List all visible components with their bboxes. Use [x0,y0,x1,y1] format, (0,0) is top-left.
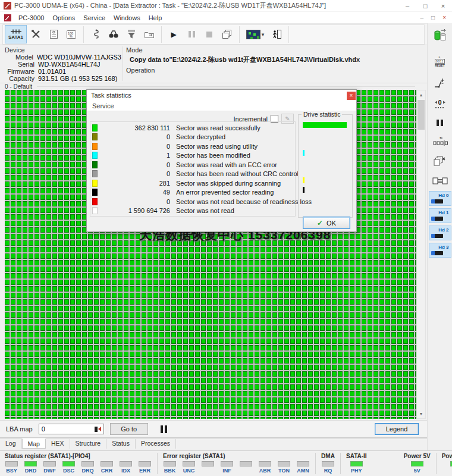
lba-format-icon[interactable] [95,427,103,432]
head-icon [431,199,443,203]
hook-tool-button[interactable] [87,26,105,43]
pause-icon [189,31,195,37]
scroll-down-icon[interactable]: ▼ [417,409,425,418]
stat-count: 49 [98,189,170,196]
lba-input[interactable]: 0 [39,424,104,434]
folder-export-icon [144,30,155,39]
skip-sectors-button[interactable]: * [428,131,452,152]
exit-task-button[interactable] [268,26,285,43]
script-info-icon [49,29,59,39]
head-icon [431,251,443,255]
stat-count: 362 830 111 [98,124,170,131]
utilities-button[interactable] [27,26,45,43]
close-tasks-button[interactable] [428,152,452,172]
map-view-button[interactable]: ▾ [243,26,268,43]
drive-statistic-label: Drive statistic [302,111,342,118]
stat-swatch [92,143,98,150]
status-separator [340,453,341,474]
stat-row: 0Sector was not read because of readines… [90,197,295,206]
dialog-close-button[interactable]: × [347,92,356,100]
stat-swatch [92,161,98,168]
script-info-button[interactable] [45,26,62,43]
ok-button[interactable]: ✓ OK [303,217,350,229]
stat-label: Sector decrypted [176,133,225,140]
stop-task-button[interactable] [200,26,218,43]
device-group-label: Device [5,46,121,54]
copy-tasks-icon [222,29,233,39]
head-2-button[interactable]: Hd 2 [429,226,451,240]
stat-row: 0Sector was read with an ECC error [90,160,295,170]
drive-copy-button[interactable] [428,23,452,49]
tasks-list-button[interactable] [218,26,236,43]
reset-button[interactable]: ¹․ 0011 RESET [428,49,452,72]
stat-swatch [92,124,98,131]
map-pause-button[interactable] [158,423,170,435]
map-scrollbar[interactable]: ▲ ▼ [416,90,426,419]
mdi-minimize-button[interactable]: – [420,14,424,21]
stat-row: 0Sector has been read without CRC contro… [90,170,295,179]
toolbar-separator [161,26,162,43]
head-3-label: Hd 3 [438,245,448,250]
stat-label: Sector was skipped during scanning [176,180,281,187]
hook-icon [92,29,100,39]
menu-service[interactable]: Service [79,14,109,21]
tab-hex[interactable]: HEX [46,439,70,449]
led-drd [24,461,37,466]
menu-windows[interactable]: Windows [109,14,145,21]
power-switch-icon [434,76,447,89]
filter-button[interactable] [123,26,140,43]
pause-task-button[interactable] [183,26,200,43]
legend-button[interactable]: Legend [375,423,419,435]
tab-status[interactable]: Status [106,439,136,449]
head-0-button[interactable]: Hd 0 [429,191,451,206]
lba-input-value[interactable]: 0 [39,425,95,433]
mdi-restore-button[interactable]: □ [431,14,435,21]
menu-options[interactable]: Options [48,14,79,21]
export-map-button[interactable] [140,26,158,43]
dialog-titlebar[interactable]: Task statistics × [87,90,356,101]
led-amn [297,461,309,466]
capacity-label: Capacity [5,75,34,82]
search-button[interactable] [105,26,123,43]
close-button[interactable]: × [434,0,452,12]
serial-label: Serial [5,61,34,68]
tab-processes[interactable]: Processes [136,439,176,449]
menubar: PC-3000 Options Service Windows Help – □… [0,12,452,23]
goto-button[interactable]: Go to [110,423,148,435]
tab-log[interactable]: Log [0,439,22,449]
power-connect-button[interactable] [428,72,452,93]
head-zero-icon: 0 [433,97,447,110]
mdi-close-button[interactable]: × [442,14,446,21]
reset-label: RESET [435,64,445,67]
mode-group-label: Mode [126,46,425,54]
tab-structure[interactable]: Structure [70,439,107,449]
tools-icon [31,29,41,39]
sata-port-button[interactable]: SATA1 [5,25,27,43]
head-1-label: Hd 1 [438,211,448,215]
stat-row: 1 590 694 726Sector was not read [90,206,295,216]
maximize-button[interactable]: □ [416,0,434,12]
led-drq [81,461,94,466]
pause-heads-button[interactable] [428,114,452,131]
model-label: Model [5,54,33,61]
chevron-down-icon[interactable]: ▾ [262,32,265,37]
start-task-button[interactable]: ▶ [165,26,183,43]
scroll-up-icon[interactable]: ▲ [417,90,425,99]
head-1-button[interactable]: Hd 1 [429,208,451,223]
tab-map[interactable]: Map [22,439,46,449]
minimize-button[interactable]: – [398,0,416,12]
dma-caption: DMA [321,453,335,459]
stat-bar [303,122,347,128]
scrollbar-thumb[interactable] [418,100,425,130]
ata-connector-button[interactable] [428,172,452,190]
head-zero-button[interactable]: 0 [428,93,452,114]
utility-100-button[interactable]: 100% [62,26,80,43]
mode-group: Mode Copy data to"E:\2024\2.2-陈usb wd1t开… [126,46,425,74]
stat-row: 281Sector was skipped during scanning [90,178,295,188]
menu-help[interactable]: Help [145,14,167,21]
dialog-menu-service[interactable]: Service [92,102,114,109]
stat-row: 0Sector decrypted [90,133,295,142]
menu-pc3000[interactable]: PC-3000 [14,14,48,21]
head-3-button[interactable]: Hd 3 [429,243,451,258]
stat-swatch [92,189,98,196]
